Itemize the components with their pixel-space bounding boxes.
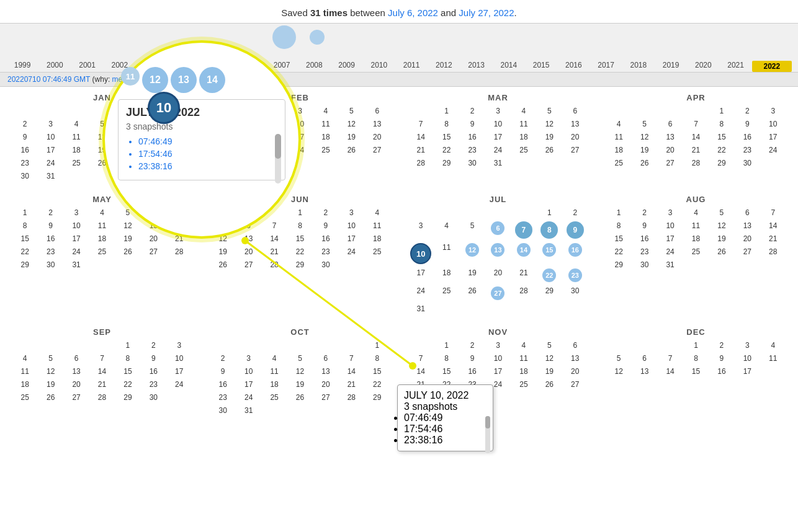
popup-time-2[interactable]: 17:54:46 <box>404 423 442 434</box>
cal-cell: 6 <box>365 105 390 117</box>
header-date1[interactable]: July 6, 2022 <box>388 7 438 18</box>
timeline-year-1999[interactable]: 1999 <box>6 61 38 72</box>
month-mar-title: MAR <box>408 93 588 102</box>
jul-day-16[interactable]: 16 <box>563 241 588 266</box>
month-sep-title: SEP <box>12 327 192 337</box>
jul-day-27[interactable]: 27 <box>485 285 510 302</box>
magnified-count: 3 snapshots <box>126 122 277 131</box>
month-oct-title: OCT <box>210 327 390 337</box>
timeline-year-2016[interactable]: 2016 <box>557 61 590 72</box>
popup-scrollbar[interactable] <box>485 416 490 453</box>
jul-day-12[interactable]: 12 <box>460 241 485 266</box>
magnified-popup-inner: JULY 10, 2022 3 snapshots 07:46:49 17:54… <box>118 99 285 180</box>
jul-day-6[interactable]: 6 <box>485 219 510 241</box>
cal-cell: 17 <box>38 144 63 156</box>
timeline-year-2012[interactable]: 2012 <box>428 61 460 72</box>
timeline-year-2009[interactable]: 2009 <box>331 61 363 72</box>
magnified-time-2[interactable]: 17:54:46 <box>138 149 173 159</box>
timeline-year-2022[interactable]: 2022 <box>752 61 792 72</box>
month-aug-title: AUG <box>606 195 786 204</box>
magnified-days-row: 11 12 13 14 <box>121 67 225 93</box>
timeline-year-2020[interactable]: 2020 <box>687 61 719 72</box>
header-text-mid: between <box>347 7 388 18</box>
cal-cell: 27 <box>365 144 390 156</box>
month-dec-title: DEC <box>606 327 786 337</box>
cal-cell: 11 <box>64 131 89 143</box>
jul-day-9[interactable]: 9 <box>563 219 588 241</box>
cal-cell: 26 <box>339 144 364 156</box>
timeline-year-2019[interactable]: 2019 <box>655 61 687 72</box>
cal-cell: 5 <box>339 105 364 117</box>
cal-cell: 23 <box>12 157 37 169</box>
magnified-time-1[interactable]: 07:46:49 <box>138 136 173 146</box>
magnified-time-3[interactable]: 23:38:16 <box>138 161 173 171</box>
jul-day-23[interactable]: 23 <box>563 267 588 284</box>
timeline-year-2010[interactable]: 2010 <box>363 61 395 72</box>
url-datetime-link[interactable]: 20220710 07:46:49 GMT <box>7 75 90 84</box>
cal-cell: 3 <box>38 118 63 130</box>
timeline-year-2018[interactable]: 2018 <box>622 61 655 72</box>
popup-date: JULY 10, 2022 <box>404 390 486 401</box>
month-jul-title: JUL <box>408 195 588 204</box>
timeline-bubble-2007 <box>268 25 301 49</box>
timeline-year-2017[interactable]: 2017 <box>590 61 622 72</box>
cal-cell: 11 <box>313 118 338 130</box>
jul-day-15[interactable]: 15 <box>537 241 562 266</box>
cal-cell: 10 <box>38 131 63 143</box>
month-sep: SEP 1 2 3 4 5 6 7 8 9 10 11 12 13 14 15 … <box>12 327 192 417</box>
jul-day-8[interactable]: 8 <box>537 219 562 241</box>
magnified-times-list: 07:46:49 17:54:46 23:38:16 <box>126 136 277 171</box>
timeline-year-2015[interactable]: 2015 <box>525 61 557 72</box>
timeline-year-2013[interactable]: 2013 <box>460 61 493 72</box>
popup-times: 07:46:49 17:54:46 23:38:16 <box>404 412 486 446</box>
header-bold: 31 times <box>310 7 347 18</box>
month-dec-grid: 1 2 3 4 5 6 7 8 9 10 11 12 13 14 15 16 1… <box>606 339 786 378</box>
url-datetime: 20220710 07:46:49 GMT <box>7 75 92 84</box>
header-date2[interactable]: July 27, 2022 <box>459 7 514 18</box>
cal-cell: 9 <box>12 131 37 143</box>
timeline-bubble-2008 <box>301 30 334 45</box>
timeline-year-2014[interactable]: 2014 <box>493 61 525 72</box>
timeline-year-2011[interactable]: 2011 <box>395 61 428 72</box>
month-mar: MAR 1 2 3 4 5 6 7 8 9 10 11 12 13 14 15 … <box>408 93 588 182</box>
jul-day-14[interactable]: 14 <box>511 241 536 266</box>
month-oct: OCT 1 2 3 4 5 6 7 8 9 10 11 12 13 14 15 … <box>210 327 390 417</box>
month-apr: APR 1 2 3 4 5 6 7 8 9 10 11 12 13 14 15 … <box>606 93 786 182</box>
cal-cell: 24 <box>38 157 63 169</box>
jul-day-22[interactable]: 22 <box>537 267 562 284</box>
cal-cell: 12 <box>339 118 364 130</box>
timeline-bar: 1999 2000 2001 2002 2003 2004 2005 2006 … <box>0 23 798 73</box>
month-sep-grid: 1 2 3 4 5 6 7 8 9 10 11 12 13 14 15 16 1… <box>12 339 192 404</box>
popup-time-1[interactable]: 07:46:49 <box>404 412 442 423</box>
cal-cell: 31 <box>38 170 63 182</box>
mag-day-13[interactable]: 13 <box>171 67 197 93</box>
jul-day-10[interactable]: 10 <box>408 241 433 266</box>
timeline-year-2008[interactable]: 2008 <box>298 61 330 72</box>
header-text-before: Saved <box>281 7 310 18</box>
mag-day-12[interactable]: 12 <box>142 67 168 93</box>
mag-day-10-large[interactable]: 10 <box>148 92 180 124</box>
cal-cell: 13 <box>365 118 390 130</box>
month-nov-title: NOV <box>408 327 588 337</box>
cal-cell: 16 <box>12 144 37 156</box>
cal-cell: 4 <box>64 118 89 130</box>
timeline-years: 1999 2000 2001 2002 2003 2004 2005 2006 … <box>0 47 798 72</box>
jul-day-13[interactable]: 13 <box>485 241 510 266</box>
timeline-year-2001[interactable]: 2001 <box>71 61 104 72</box>
timeline-year-2021[interactable]: 2021 <box>720 61 752 72</box>
mag-day-11[interactable]: 11 <box>121 67 140 86</box>
timeline-year-2000[interactable]: 2000 <box>38 61 71 72</box>
mag-day-14[interactable]: 14 <box>199 67 225 93</box>
month-oct-grid: 1 2 3 4 5 6 7 8 9 10 11 12 13 14 15 16 1… <box>210 339 390 417</box>
month-mar-grid: 1 2 3 4 5 6 7 8 9 10 11 12 13 14 15 16 1… <box>408 105 588 169</box>
jul-day-7[interactable]: 7 <box>511 219 536 241</box>
header-text-and: and <box>438 7 459 18</box>
cal-cell: 19 <box>339 131 364 143</box>
magnified-scrollbar[interactable] <box>275 134 281 184</box>
cal-cell: 30 <box>12 170 37 182</box>
month-aug-grid: 1 2 3 4 5 6 7 8 9 10 11 12 13 14 15 16 1… <box>606 206 786 271</box>
timeline-bubbles <box>0 26 798 48</box>
small-snapshot-popup: JULY 10, 2022 3 snapshots 07:46:49 17:54… <box>397 384 493 451</box>
month-jul: JUL 1 2 3 4 5 6 7 8 9 10 11 12 13 14 15 … <box>408 195 588 315</box>
popup-time-3[interactable]: 23:38:16 <box>404 435 442 445</box>
